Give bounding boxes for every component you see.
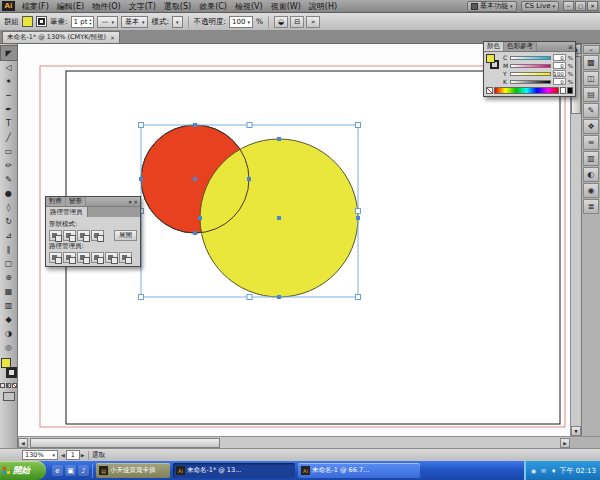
horizontal-scrollbar[interactable]: ◀ ▶ bbox=[18, 436, 570, 448]
artboard-number-field[interactable]: 1 bbox=[66, 450, 80, 460]
menu-item[interactable]: 檔案(F) bbox=[18, 0, 53, 12]
expand-panels-icon[interactable]: « bbox=[583, 45, 600, 54]
vertical-scrollbar[interactable]: ▲ ▼ bbox=[570, 44, 581, 436]
channel-value-field[interactable]: 0 bbox=[553, 62, 566, 69]
panel-menu-icon[interactable]: ≡ bbox=[568, 43, 575, 50]
previous-artboard-icon[interactable]: ◀ bbox=[61, 452, 65, 458]
color-guide-panel-icon[interactable]: ◫ bbox=[583, 71, 599, 86]
channel-slider[interactable] bbox=[510, 56, 551, 60]
line-segment-tool[interactable]: ╱ bbox=[1, 130, 17, 144]
stroke-swatch[interactable] bbox=[6, 367, 17, 378]
tray-message-icon[interactable]: ✉ bbox=[540, 467, 548, 475]
quick-launch-media-icon[interactable]: ♪ bbox=[78, 465, 89, 476]
taskbar-window-button[interactable]: ▤ 小天使資賞卡插 bbox=[96, 463, 170, 478]
more-options-icon[interactable]: » bbox=[306, 16, 320, 28]
menu-item[interactable]: 效果(C) bbox=[195, 0, 231, 12]
selection-handle[interactable] bbox=[139, 295, 144, 300]
spectrum-ramp[interactable] bbox=[494, 87, 559, 94]
selection-handle[interactable] bbox=[139, 123, 144, 128]
color-panel-icon[interactable]: ▩ bbox=[583, 55, 599, 70]
brush-definition-dropdown[interactable]: 基本 ▾ bbox=[121, 16, 149, 28]
panel-tab[interactable]: 對齊 bbox=[46, 197, 66, 206]
taskbar-window-button[interactable]: Ai 未命名-1* @ 13... bbox=[173, 463, 295, 478]
menu-item[interactable]: 說明(H) bbox=[305, 0, 341, 12]
tab-pathfinder[interactable]: 路徑管理員 bbox=[46, 207, 88, 217]
eraser-tool[interactable]: ◊ bbox=[1, 200, 17, 214]
outline-icon[interactable] bbox=[105, 252, 118, 263]
close-icon[interactable]: ✕ bbox=[133, 199, 138, 205]
menu-item[interactable]: 物件(O) bbox=[88, 0, 125, 12]
document-tab[interactable]: 未命名-1* @ 130% (CMYK/預視) ✕ bbox=[2, 31, 120, 43]
magic-wand-tool[interactable]: ✶ bbox=[1, 74, 17, 88]
screen-mode-button[interactable] bbox=[3, 392, 15, 401]
paintbrush-tool[interactable]: ✏ bbox=[1, 158, 17, 172]
blend-tool[interactable]: ◑ bbox=[1, 326, 17, 340]
free-transform-tool[interactable]: ▢ bbox=[1, 256, 17, 270]
gradient-button[interactable] bbox=[6, 383, 11, 388]
trim-icon[interactable] bbox=[63, 252, 76, 263]
symbols-panel-icon[interactable]: ❖ bbox=[583, 119, 599, 134]
crop-icon[interactable] bbox=[91, 252, 104, 263]
appearance-panel-icon[interactable]: ◉ bbox=[583, 183, 599, 198]
swatches-panel-icon[interactable]: ▤ bbox=[583, 87, 599, 102]
menu-item[interactable]: 文字(T) bbox=[125, 0, 160, 12]
channel-slider[interactable] bbox=[510, 64, 551, 68]
brushes-panel-icon[interactable]: ✎ bbox=[583, 103, 599, 118]
channel-slider[interactable] bbox=[510, 80, 551, 84]
minimize-button[interactable]: ─ bbox=[563, 1, 574, 11]
scroll-down-icon[interactable]: ▼ bbox=[571, 426, 581, 436]
align-options-icon[interactable]: ⊟ bbox=[290, 16, 304, 28]
fill-swatch[interactable] bbox=[1, 358, 11, 368]
channel-value-field[interactable]: 0 bbox=[553, 54, 566, 61]
scroll-right-icon[interactable]: ▶ bbox=[560, 438, 570, 448]
mesh-tool[interactable]: ▦ bbox=[1, 284, 17, 298]
gradient-panel-icon[interactable]: ▥ bbox=[583, 151, 599, 166]
close-icon[interactable]: ✕ bbox=[110, 35, 115, 41]
stroke-panel-icon[interactable]: ≡ bbox=[583, 135, 599, 150]
zoom-level-dropdown[interactable]: 130% ▾ bbox=[22, 450, 58, 460]
opacity-field[interactable]: 100 ▾ bbox=[229, 16, 253, 28]
unite-icon[interactable] bbox=[49, 230, 62, 241]
horizontal-scrollbar-thumb[interactable] bbox=[30, 438, 220, 448]
menu-item[interactable]: 檢視(V) bbox=[231, 0, 267, 12]
close-button[interactable]: ✕ bbox=[587, 1, 598, 11]
channel-value-field[interactable]: 100 bbox=[553, 70, 566, 77]
tray-volume-icon[interactable]: ◉ bbox=[530, 467, 538, 475]
intersect-icon[interactable] bbox=[77, 230, 90, 241]
cs-live-button[interactable]: CS Live ▾ bbox=[521, 1, 559, 12]
none-swatch[interactable] bbox=[486, 87, 493, 94]
black-swatch[interactable] bbox=[567, 87, 573, 94]
style-dropdown[interactable]: ▾ bbox=[172, 16, 183, 28]
none-button[interactable] bbox=[12, 383, 17, 388]
expand-button[interactable]: 展開 bbox=[114, 230, 137, 241]
menu-item[interactable]: 選取(S) bbox=[160, 0, 195, 12]
stroke-width-field[interactable]: 1 pt ▴▾ bbox=[71, 16, 95, 28]
selection-handle[interactable] bbox=[356, 123, 361, 128]
scroll-left-icon[interactable]: ◀ bbox=[18, 438, 28, 448]
fill-swatch[interactable] bbox=[486, 54, 495, 63]
shape-builder-tool[interactable]: ⊕ bbox=[1, 270, 17, 284]
color-panel-tab[interactable]: 色彩參考 bbox=[504, 42, 537, 51]
clock[interactable]: 下午 02:13 bbox=[560, 466, 596, 476]
direct-selection-tool[interactable]: ◁ bbox=[1, 60, 17, 74]
minus-back-icon[interactable] bbox=[119, 252, 132, 263]
quick-launch-browser-icon[interactable]: e bbox=[52, 465, 63, 476]
rectangle-tool[interactable]: ▭ bbox=[1, 144, 17, 158]
quick-launch-desktop-icon[interactable]: ▣ bbox=[65, 465, 76, 476]
tray-network-icon[interactable]: ♦ bbox=[550, 467, 558, 475]
minus-front-icon[interactable] bbox=[63, 230, 76, 241]
pencil-tool[interactable]: ✎ bbox=[1, 172, 17, 186]
workspace-switcher[interactable]: 基本功能 ▾ bbox=[467, 1, 517, 12]
menu-item[interactable]: 視窗(W) bbox=[267, 0, 305, 12]
color-panel-tab[interactable]: 顏色 bbox=[484, 42, 504, 51]
type-tool[interactable]: T bbox=[1, 116, 17, 130]
divide-icon[interactable] bbox=[49, 252, 62, 263]
stepper-icon[interactable]: ▴▾ bbox=[89, 18, 91, 26]
lasso-tool[interactable]: ∽ bbox=[1, 88, 17, 102]
layers-panel-icon[interactable]: ≣ bbox=[583, 199, 599, 214]
pathfinder-panel-titlebar[interactable]: 對齊變形 ▾ ✕ bbox=[46, 197, 140, 207]
exclude-icon[interactable] bbox=[91, 230, 104, 241]
color-button[interactable] bbox=[0, 383, 5, 388]
scale-tool[interactable]: ⊿ bbox=[1, 228, 17, 242]
white-swatch[interactable] bbox=[560, 87, 566, 94]
